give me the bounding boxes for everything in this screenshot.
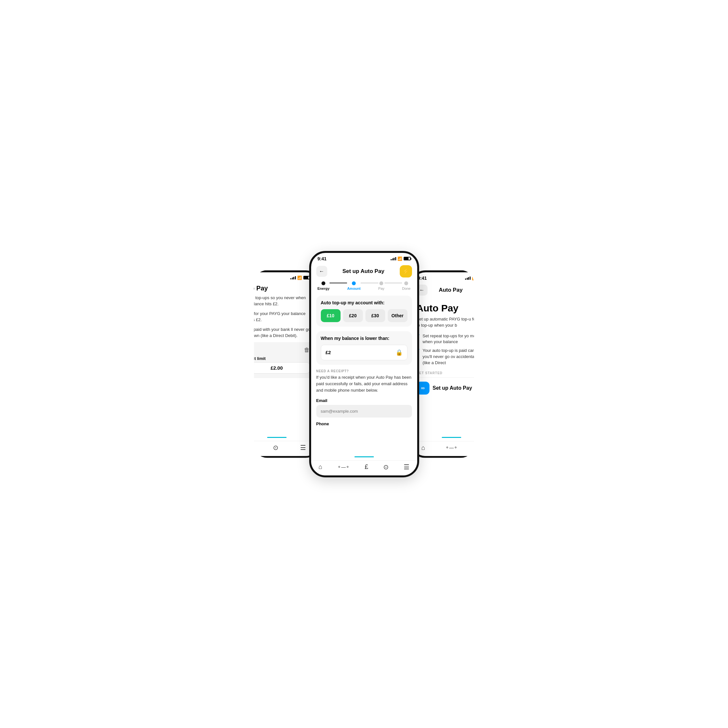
right-time: 9:41 <box>418 275 427 281</box>
blue-indicator-center <box>355 456 374 457</box>
right-signal-icon <box>465 277 471 280</box>
center-header: ← Set up Auto Pay ⚡ <box>316 263 412 281</box>
step-dot-pay <box>379 281 383 285</box>
center-battery-icon <box>404 257 411 260</box>
left-text1: c PAYG top-ups so you never when your ba… <box>240 295 314 307</box>
signal-icon <box>291 276 296 280</box>
balance-value: £2 <box>326 350 331 355</box>
check-item-1: ✓ Set repeat top-ups for yo meter when y… <box>416 333 486 346</box>
step-amount: Amount <box>347 281 361 291</box>
auto-topup-card: Auto top-up my account with: £10 £20 £30… <box>316 295 412 327</box>
center-wifi-icon: 📶 <box>398 257 402 261</box>
check-list: ✓ Set repeat top-ups for yo meter when y… <box>416 333 486 366</box>
center-header-title: Set up Auto Pay <box>343 268 385 275</box>
center-nav-activity[interactable]: ⚬—⚬ <box>337 464 350 470</box>
email-input[interactable] <box>316 405 412 418</box>
right-nav-home[interactable]: ⌂ <box>421 444 425 451</box>
center-screen: ← Set up Auto Pay ⚡ Energy Amount <box>311 263 417 470</box>
lightning-button[interactable]: ⚡ <box>400 265 412 277</box>
phone-label: Phone <box>316 421 412 426</box>
center-nav-pound[interactable]: £ <box>364 463 368 471</box>
check-item-2: ✓ Your auto top-up is paid card, so you'… <box>416 348 486 366</box>
right-nav-pound[interactable]: £ <box>478 444 481 451</box>
nav-menu-left[interactable]: ☰ <box>300 444 306 451</box>
center-nav-help[interactable]: ⊙ <box>383 463 389 471</box>
credit-section: 🗑 Credit limit £2.00 <box>240 342 314 378</box>
step-label-done: Done <box>402 286 410 291</box>
auto-topup-title: Auto top-up my account with: <box>321 300 407 305</box>
receipt-desc: If you'd like a receipt when your Auto P… <box>316 374 412 394</box>
autopay-description: Set up automatic PAYG top-u forget to to… <box>416 316 486 329</box>
right-screen: ← Auto Pay Auto Pay Set up automatic PAY… <box>411 282 492 453</box>
blue-indicator-left <box>267 437 286 438</box>
credit-value: £2.00 <box>244 362 310 373</box>
setup-autopay-label: Set up Auto Pay <box>433 385 472 391</box>
amount-30-button[interactable]: £30 <box>366 309 385 322</box>
right-status-bar: 9:41 📶 <box>411 272 492 282</box>
back-arrow-icon: ← <box>319 268 324 274</box>
nav-help-left[interactable]: ⊙ <box>273 444 278 451</box>
balance-row: £2 🔒 <box>321 345 407 360</box>
lightning-icon: ⚡ <box>402 268 410 275</box>
right-wifi-icon: 📶 <box>472 276 477 280</box>
center-nav-menu[interactable]: ☰ <box>404 463 410 471</box>
left-text3: o-up is paid with your bank ll never go … <box>240 326 314 339</box>
check-text-1: Set repeat top-ups for yo meter when you… <box>423 333 486 346</box>
center-nav-home[interactable]: ⌂ <box>318 463 323 471</box>
right-phone: 9:41 📶 ← Auto Pay <box>410 271 494 458</box>
amount-other-button[interactable]: Other <box>388 309 407 322</box>
nav-pound-left[interactable]: £ <box>248 444 251 451</box>
amount-10-button[interactable]: £10 <box>321 309 341 322</box>
lock-icon: 🔒 <box>396 349 403 356</box>
credit-label: Credit limit <box>244 356 266 361</box>
amount-row: £10 £20 £30 Other <box>321 309 407 322</box>
step-dot-done <box>404 281 408 285</box>
left-screen: Auto Pay c PAYG top-ups so you never whe… <box>237 281 317 452</box>
right-nav-activity[interactable]: ⚬—⚬ <box>445 445 457 450</box>
left-text2: op-ups for your PAYG your balance reache… <box>240 310 314 323</box>
center-bottom-nav: ⌂ ⚬—⚬ £ ⊙ ☰ <box>311 460 417 476</box>
trash-icon[interactable]: 🗑 <box>304 347 310 353</box>
step-label-energy: Energy <box>318 286 330 291</box>
autopay-heading: Auto Pay <box>416 303 486 314</box>
left-bottom-nav: £ ⊙ ☰ <box>237 441 317 456</box>
receipt-section: NEED A RECEIPT? If you'd like a receipt … <box>316 369 412 426</box>
blue-indicator-right <box>442 437 461 438</box>
step-label-amount: Amount <box>347 286 361 291</box>
wifi-icon: 📶 <box>297 275 302 280</box>
left-page-title: Auto Pay <box>240 281 314 295</box>
step-pay: Pay <box>378 281 385 291</box>
center-phone: 9:41 📶 ← Set up Auto Pay <box>309 251 419 477</box>
center-status-bar: 9:41 📶 <box>311 253 417 263</box>
step-dot-energy <box>321 281 325 285</box>
left-status-bar: 📶 <box>237 272 317 281</box>
left-phone: 📶 Auto Pay c PAYG top-ups so you never w… <box>235 271 319 458</box>
right-header-title: Auto Pay <box>439 287 463 293</box>
step-line-3 <box>385 283 402 283</box>
balance-title: When my balance is lower than: <box>321 336 407 341</box>
step-line-2 <box>361 283 378 283</box>
center-signal-icon <box>391 257 396 260</box>
step-label-pay: Pay <box>378 286 385 291</box>
step-done: Done <box>402 281 410 291</box>
setup-autopay-button[interactable]: ∞ Set up Auto Pay <box>416 382 486 395</box>
step-dot-amount <box>352 281 356 285</box>
right-bottom-nav: ⌂ ⚬—⚬ £ <box>411 441 492 456</box>
right-battery-icon <box>478 276 485 280</box>
right-back-arrow-icon: ← <box>419 287 425 293</box>
get-started-label: GET STARTED <box>416 371 486 375</box>
step-energy: Energy <box>318 281 330 291</box>
balance-card: When my balance is lower than: £2 🔒 <box>316 331 412 365</box>
email-label: Email <box>316 398 412 403</box>
right-header: ← Auto Pay <box>416 282 486 300</box>
center-back-button[interactable]: ← <box>316 266 327 277</box>
amount-20-button[interactable]: £20 <box>343 309 363 322</box>
center-time: 9:41 <box>318 256 327 261</box>
stepper: Energy Amount Pay Done <box>316 281 412 291</box>
check-text-2: Your auto top-up is paid card, so you'll… <box>423 348 486 366</box>
receipt-section-label: NEED A RECEIPT? <box>316 369 412 373</box>
scene: 📶 Auto Pay c PAYG top-ups so you never w… <box>186 251 542 477</box>
step-line-1 <box>330 283 347 283</box>
